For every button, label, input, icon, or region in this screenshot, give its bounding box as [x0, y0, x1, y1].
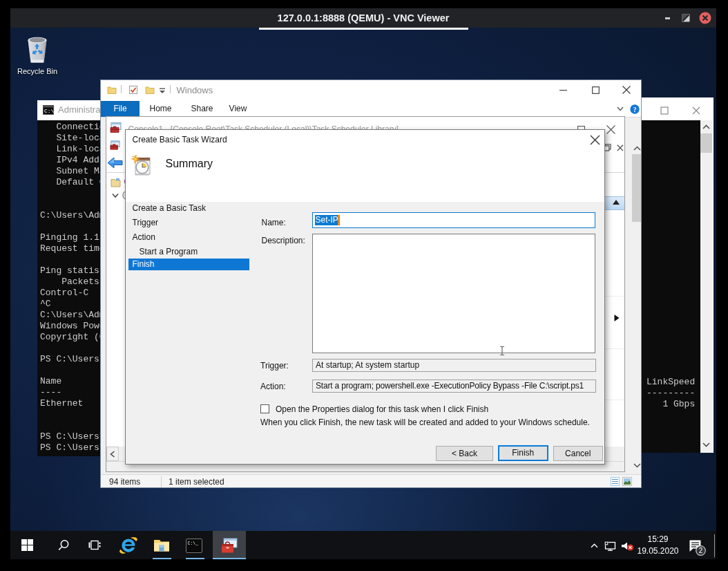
svg-text:?: ?	[633, 105, 636, 113]
svg-text:C:\: C:\	[44, 108, 54, 114]
svg-text:C:\_: C:\_	[188, 541, 199, 546]
svg-text:2: 2	[699, 547, 703, 554]
